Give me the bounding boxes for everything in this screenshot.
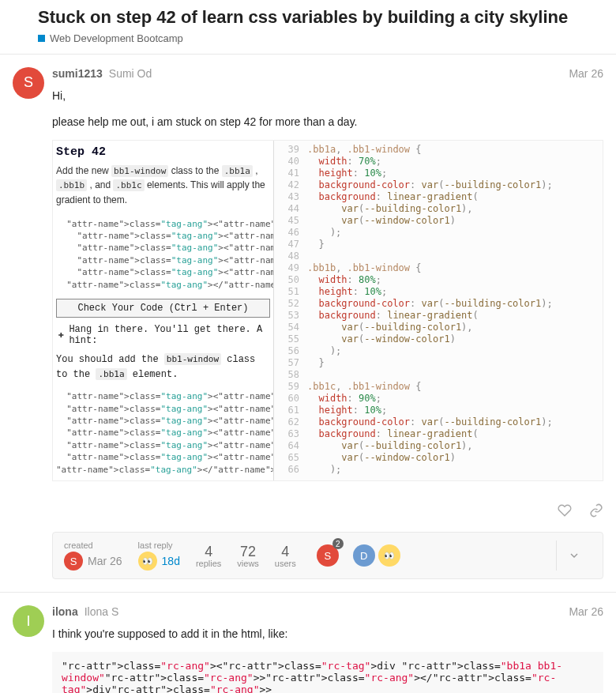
post-text-line: please help me out, i am stuck on step 4… [52, 114, 603, 130]
replies-stat: 4 replies [196, 544, 221, 568]
views-stat: 72 views [237, 544, 259, 568]
like-icon[interactable] [558, 503, 572, 518]
code-block: "rc-attr">class="rc-ang"><"rc-attr">clas… [52, 652, 603, 693]
created-stat: created S Mar 26 [64, 540, 122, 571]
challenge-panel: Step 42 Add the new bb1-window class to … [53, 141, 274, 480]
step-instructions: Add the new bb1-window class to the .bb1… [53, 164, 273, 213]
inline-code: bb1-window [111, 165, 168, 177]
expand-button[interactable] [556, 540, 592, 571]
post-date[interactable]: Mar 26 [569, 605, 603, 618]
topic-title[interactable]: Stuck on step 42 of learn css variables … [38, 6, 603, 29]
avatar[interactable]: S [64, 552, 83, 571]
hint-text: You should add the bb1-window class to t… [53, 349, 273, 386]
username-link[interactable]: ilona [52, 605, 78, 618]
step-title: Step 42 [53, 141, 273, 164]
post-2: I ilona Ilona S Mar 26 I think you're su… [0, 593, 616, 693]
html-code-block: "attr-name">class="tag-ang"><"attr-name"… [53, 386, 273, 480]
avatar[interactable]: 👀 [378, 544, 400, 567]
link-icon[interactable] [589, 503, 603, 518]
inline-code: .bb1a [222, 165, 253, 177]
hint-row: ✚ Hang in there. You'll get there. A hin… [53, 321, 273, 349]
plus-icon: ✚ [56, 330, 66, 341]
category-badge[interactable]: Web Development Bootcamp [38, 32, 183, 44]
post-actions [52, 494, 603, 532]
inline-code: .bb1c [113, 179, 144, 191]
username-link[interactable]: sumi1213 [52, 67, 103, 80]
inline-code: .bb1b [56, 179, 87, 191]
post-count-badge: 2 [332, 538, 344, 549]
topic-stats: created S Mar 26 last reply 👀 18d 4 repl… [52, 532, 603, 579]
avatar: 👀 [138, 552, 157, 571]
post-text-line: I think you're supposed to add it in the… [52, 626, 603, 642]
last-reply-stat[interactable]: last reply 👀 18d [138, 540, 180, 571]
participant-avatars: S 2 D 👀 [317, 544, 400, 567]
post-1: S sumi1213 Sumi Od Mar 26 Hi, please hel… [0, 55, 616, 593]
chevron-down-icon [568, 549, 580, 562]
category-name: Web Development Bootcamp [50, 32, 183, 44]
embedded-screenshot[interactable]: Step 42 Add the new bb1-window class to … [52, 140, 603, 481]
category-color-icon [38, 35, 45, 42]
css-editor-pane: 39.bb1a, .bb1-window {40 width: 70%;41 h… [274, 141, 603, 480]
avatar[interactable]: D [353, 544, 375, 567]
user-fullname: Sumi Od [109, 67, 152, 80]
html-code-block: "attr-name">class="tag-ang"><"attr-name"… [53, 213, 273, 296]
post-text-line: Hi, [52, 88, 603, 104]
avatar[interactable]: I [13, 605, 44, 637]
post-date[interactable]: Mar 26 [569, 67, 603, 80]
user-fullname: Ilona S [85, 605, 119, 618]
users-stat: 4 users [275, 544, 296, 568]
avatar[interactable]: S [13, 67, 44, 99]
topic-header: Stuck on step 42 of learn css variables … [0, 0, 616, 55]
check-code-button: Check Your Code (Ctrl + Enter) [56, 299, 270, 318]
